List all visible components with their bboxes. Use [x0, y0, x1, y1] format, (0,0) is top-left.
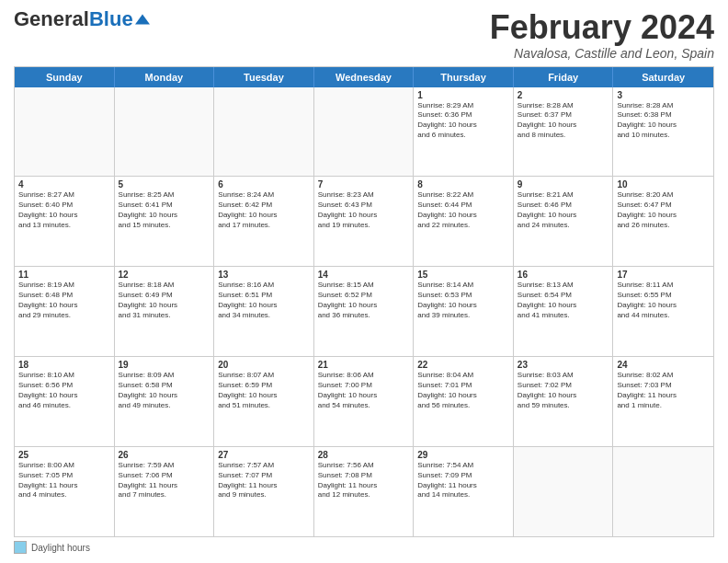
cal-cell: 21Sunrise: 8:06 AM Sunset: 7:00 PM Dayli… — [314, 357, 415, 446]
cal-cell: 11Sunrise: 8:19 AM Sunset: 6:48 PM Dayli… — [15, 267, 115, 356]
day-number: 4 — [18, 179, 110, 190]
cell-info: Sunrise: 8:04 AM Sunset: 7:01 PM Dayligh… — [417, 371, 509, 410]
cell-info: Sunrise: 8:28 AM Sunset: 6:38 PM Dayligh… — [617, 101, 710, 141]
day-number: 8 — [417, 179, 509, 190]
cal-cell: 16Sunrise: 8:13 AM Sunset: 6:54 PM Dayli… — [514, 267, 614, 356]
calendar-body: 1Sunrise: 8:29 AM Sunset: 6:36 PM Daylig… — [15, 87, 713, 536]
cal-week-1: 1Sunrise: 8:29 AM Sunset: 6:36 PM Daylig… — [15, 87, 713, 178]
cell-info: Sunrise: 8:07 AM Sunset: 6:59 PM Dayligh… — [218, 371, 310, 410]
day-number: 12 — [119, 270, 210, 280]
location-title: Navalosa, Castille and Leon, Spain — [490, 46, 714, 61]
header-day-monday: Monday — [115, 67, 215, 87]
cal-cell — [214, 87, 314, 177]
header-day-thursday: Thursday — [414, 67, 514, 87]
cell-info: Sunrise: 8:28 AM Sunset: 6:37 PM Dayligh… — [518, 101, 609, 141]
day-number: 26 — [119, 450, 210, 460]
cal-cell: 17Sunrise: 8:11 AM Sunset: 6:55 PM Dayli… — [613, 267, 713, 356]
cal-cell: 15Sunrise: 8:14 AM Sunset: 6:53 PM Dayli… — [414, 267, 514, 356]
cell-info: Sunrise: 8:16 AM Sunset: 6:51 PM Dayligh… — [218, 281, 310, 320]
cell-info: Sunrise: 8:24 AM Sunset: 6:42 PM Dayligh… — [218, 190, 310, 230]
day-number: 18 — [18, 360, 110, 370]
day-number: 29 — [417, 450, 509, 460]
cal-cell: 27Sunrise: 7:57 AM Sunset: 7:07 PM Dayli… — [214, 447, 314, 536]
day-number: 27 — [218, 450, 310, 460]
cal-cell: 8Sunrise: 8:22 AM Sunset: 6:44 PM Daylig… — [414, 177, 514, 266]
cell-info: Sunrise: 8:15 AM Sunset: 6:52 PM Dayligh… — [318, 281, 410, 320]
header-day-sunday: Sunday — [15, 67, 115, 87]
day-number: 5 — [119, 179, 210, 190]
cal-cell: 24Sunrise: 8:02 AM Sunset: 7:03 PM Dayli… — [613, 357, 713, 446]
cal-cell: 3Sunrise: 8:28 AM Sunset: 6:38 PM Daylig… — [613, 87, 713, 177]
header-day-saturday: Saturday — [613, 67, 713, 87]
title-block: February 2024 Navalosa, Castille and Leo… — [490, 9, 714, 61]
cal-cell: 20Sunrise: 8:07 AM Sunset: 6:59 PM Dayli… — [214, 357, 314, 446]
logo: GeneralBlue — [14, 9, 150, 29]
cell-info: Sunrise: 7:54 AM Sunset: 7:09 PM Dayligh… — [417, 461, 509, 500]
header: GeneralBlue February 2024 Navalosa, Cast… — [14, 9, 714, 61]
cell-info: Sunrise: 7:56 AM Sunset: 7:08 PM Dayligh… — [318, 461, 410, 500]
day-number: 9 — [518, 179, 609, 190]
cal-week-4: 18Sunrise: 8:10 AM Sunset: 6:56 PM Dayli… — [15, 357, 713, 447]
day-number: 19 — [119, 360, 210, 370]
cell-info: Sunrise: 8:11 AM Sunset: 6:55 PM Dayligh… — [617, 281, 710, 320]
month-title: February 2024 — [490, 9, 714, 46]
svg-marker-0 — [135, 14, 150, 24]
cal-cell — [514, 447, 614, 536]
cal-cell: 4Sunrise: 8:27 AM Sunset: 6:40 PM Daylig… — [15, 177, 115, 266]
day-number: 16 — [518, 270, 609, 280]
day-number: 7 — [318, 179, 410, 190]
cell-info: Sunrise: 8:00 AM Sunset: 7:05 PM Dayligh… — [18, 461, 110, 500]
cell-info: Sunrise: 8:13 AM Sunset: 6:54 PM Dayligh… — [518, 281, 609, 320]
day-number: 25 — [18, 450, 110, 460]
calendar-header: SundayMondayTuesdayWednesdayThursdayFrid… — [15, 67, 713, 87]
cell-info: Sunrise: 8:06 AM Sunset: 7:00 PM Dayligh… — [318, 371, 410, 410]
cal-cell: 29Sunrise: 7:54 AM Sunset: 7:09 PM Dayli… — [414, 447, 514, 536]
cal-cell: 14Sunrise: 8:15 AM Sunset: 6:52 PM Dayli… — [314, 267, 415, 356]
logo-icon — [135, 14, 150, 25]
cal-cell: 18Sunrise: 8:10 AM Sunset: 6:56 PM Dayli… — [15, 357, 115, 446]
day-number: 14 — [318, 270, 410, 280]
cal-week-3: 11Sunrise: 8:19 AM Sunset: 6:48 PM Dayli… — [15, 267, 713, 357]
cell-info: Sunrise: 8:09 AM Sunset: 6:58 PM Dayligh… — [119, 371, 210, 410]
cell-info: Sunrise: 8:22 AM Sunset: 6:44 PM Dayligh… — [417, 190, 509, 230]
logo-blue: Blue — [89, 7, 133, 30]
cell-info: Sunrise: 8:10 AM Sunset: 6:56 PM Dayligh… — [18, 371, 110, 410]
day-number: 3 — [617, 90, 710, 100]
cell-info: Sunrise: 8:14 AM Sunset: 6:53 PM Dayligh… — [417, 281, 509, 320]
day-number: 17 — [617, 270, 710, 280]
cal-cell: 12Sunrise: 8:18 AM Sunset: 6:49 PM Dayli… — [115, 267, 215, 356]
cal-cell — [15, 87, 115, 177]
cal-cell — [115, 87, 215, 177]
day-number: 6 — [218, 179, 310, 190]
day-number: 24 — [617, 360, 710, 370]
cal-cell: 7Sunrise: 8:23 AM Sunset: 6:43 PM Daylig… — [314, 177, 415, 266]
cal-week-5: 25Sunrise: 8:00 AM Sunset: 7:05 PM Dayli… — [15, 447, 713, 536]
daylight-swatch — [14, 541, 27, 554]
day-number: 1 — [417, 90, 509, 100]
cal-cell: 9Sunrise: 8:21 AM Sunset: 6:46 PM Daylig… — [514, 177, 614, 266]
cal-cell: 23Sunrise: 8:03 AM Sunset: 7:02 PM Dayli… — [514, 357, 614, 446]
cell-info: Sunrise: 8:03 AM Sunset: 7:02 PM Dayligh… — [518, 371, 609, 410]
cal-cell: 19Sunrise: 8:09 AM Sunset: 6:58 PM Dayli… — [115, 357, 215, 446]
cal-cell: 28Sunrise: 7:56 AM Sunset: 7:08 PM Dayli… — [314, 447, 415, 536]
cal-cell: 1Sunrise: 8:29 AM Sunset: 6:36 PM Daylig… — [414, 87, 514, 177]
day-number: 23 — [518, 360, 609, 370]
day-number: 13 — [218, 270, 310, 280]
cell-info: Sunrise: 8:18 AM Sunset: 6:49 PM Dayligh… — [119, 281, 210, 320]
cell-info: Sunrise: 7:59 AM Sunset: 7:06 PM Dayligh… — [119, 461, 210, 500]
header-day-tuesday: Tuesday — [214, 67, 314, 87]
day-number: 28 — [318, 450, 410, 460]
page: GeneralBlue February 2024 Navalosa, Cast… — [0, 0, 728, 563]
cell-info: Sunrise: 8:23 AM Sunset: 6:43 PM Dayligh… — [318, 190, 410, 230]
cell-info: Sunrise: 8:19 AM Sunset: 6:48 PM Dayligh… — [18, 281, 110, 320]
cell-info: Sunrise: 8:20 AM Sunset: 6:47 PM Dayligh… — [617, 190, 710, 230]
day-number: 10 — [617, 179, 710, 190]
cell-info: Sunrise: 8:02 AM Sunset: 7:03 PM Dayligh… — [617, 371, 710, 410]
cal-cell: 5Sunrise: 8:25 AM Sunset: 6:41 PM Daylig… — [115, 177, 215, 266]
logo-general: General — [14, 7, 89, 30]
logo-text: GeneralBlue — [14, 9, 133, 29]
day-number: 15 — [417, 270, 509, 280]
day-number: 2 — [518, 90, 609, 100]
cal-cell — [613, 447, 713, 536]
cal-cell: 6Sunrise: 8:24 AM Sunset: 6:42 PM Daylig… — [214, 177, 314, 266]
